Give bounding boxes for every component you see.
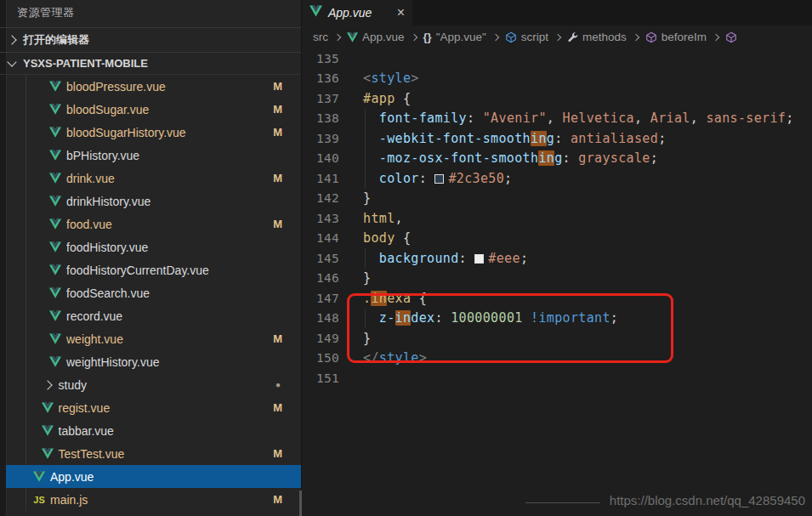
file-name: drinkHistory.vue <box>66 195 150 208</box>
vue-icon <box>49 196 61 207</box>
file-row-foodSearch.vue[interactable]: foodSearch.vue <box>0 281 301 304</box>
code-line-139: 139 -webkit-font-smoothing: antialiased; <box>302 128 812 149</box>
vue-icon <box>309 5 322 20</box>
file-name: study <box>59 378 87 392</box>
file-name: bloodSugarHistory.vue <box>66 126 186 139</box>
tab-bar: App.vue × <box>302 0 812 26</box>
line-number: 137 <box>302 92 339 105</box>
chevron-right-icon <box>633 33 639 40</box>
vue-icon <box>42 448 54 459</box>
file-name: TestTest.vue <box>59 447 125 461</box>
file-name: food.vue <box>66 218 112 231</box>
vue-icon <box>49 356 61 367</box>
file-name: record.vue <box>66 309 122 323</box>
code-line-140: 140 -moz-osx-font-smoothing: grayscale; <box>302 149 812 169</box>
line-number: 147 <box>302 292 339 305</box>
breadcrumb-label: beforeIm <box>662 31 707 43</box>
vue-icon <box>42 402 54 413</box>
vue-icon <box>49 127 61 138</box>
file-tree: bloodPressure.vueMbloodSugar.vueMbloodSu… <box>0 75 301 511</box>
vue-icon <box>309 5 322 17</box>
file-row-regist.vue[interactable]: regist.vueM <box>0 396 301 419</box>
file-row-drink.vue[interactable]: drink.vueM <box>0 167 301 190</box>
line-number: 148 <box>302 311 339 325</box>
code-line-136: 136<style> <box>302 69 812 89</box>
file-row-foodHistoryCurrentDay.vue[interactable]: foodHistoryCurrentDay.vue <box>0 258 301 281</box>
breadcrumb-item-script[interactable]: script <box>505 31 548 43</box>
tab-app-vue[interactable]: App.vue × <box>302 0 412 26</box>
project-root-section[interactable]: YSXS-PATIENT-MOBILE <box>0 52 301 75</box>
git-modified-badge: M <box>273 447 282 460</box>
line-number: 135 <box>302 52 339 65</box>
line-number: 145 <box>302 252 339 265</box>
git-modified-badge: M <box>273 103 282 116</box>
file-row-bloodSugar.vue[interactable]: bloodSugar.vueM <box>0 98 301 121</box>
file-name: App.vue <box>50 470 94 484</box>
file-name: weightHistory.vue <box>66 355 159 369</box>
code-line-146: 146} <box>302 269 812 289</box>
line-number: 143 <box>302 212 339 225</box>
line-number: 138 <box>302 111 339 125</box>
project-root-label: YSXS-PATIENT-MOBILE <box>23 57 148 70</box>
tab-label: App.vue <box>328 6 372 20</box>
breadcrumb-label: methods <box>582 31 627 43</box>
symbol-cube-icon <box>645 31 657 43</box>
file-row-weightHistory.vue[interactable]: weightHistory.vue <box>0 350 301 373</box>
file-name: regist.vue <box>59 401 111 415</box>
file-name: foodSearch.vue <box>66 286 150 300</box>
file-name: drink.vue <box>66 172 115 185</box>
file-row-foodHistory.vue[interactable]: foodHistory.vue <box>0 235 301 258</box>
file-row-weight.vue[interactable]: weight.vueM <box>0 327 301 350</box>
breadcrumb-label: src <box>313 31 328 43</box>
file-row-App.vue[interactable]: App.vue <box>0 465 301 488</box>
close-icon[interactable]: × <box>397 6 405 20</box>
breadcrumb-label: App.vue <box>362 31 405 43</box>
breadcrumb-label: "App.vue" <box>436 31 486 43</box>
file-name: weight.vue <box>66 332 123 346</box>
code-line-143: 143html, <box>302 208 812 229</box>
code-line-149: 149} <box>302 328 812 349</box>
color-swatch[interactable] <box>434 174 444 184</box>
vue-icon <box>33 471 45 482</box>
vue-icon <box>49 104 61 115</box>
vue-icon <box>49 264 61 275</box>
file-row-bloodPressure.vue[interactable]: bloodPressure.vueM <box>0 75 301 98</box>
line-number: 136 <box>302 71 339 85</box>
watermark-url: https://blog.csdn.net/qq_42859450 <box>610 493 805 507</box>
line-number: 140 <box>302 151 339 165</box>
code-area[interactable]: 135136<style>137#app {138 font-family: "… <box>302 48 812 388</box>
indent-guide <box>365 109 366 129</box>
symbol-cube-icon <box>505 31 517 43</box>
file-row-bloodSugarHistory.vue[interactable]: bloodSugarHistory.vueM <box>0 121 301 144</box>
file-row-drinkHistory.vue[interactable]: drinkHistory.vue <box>0 190 301 213</box>
file-row-food.vue[interactable]: food.vueM <box>0 213 301 235</box>
file-row-study[interactable]: study● <box>0 373 301 396</box>
breadcrumb-item-symbol[interactable] <box>725 31 741 43</box>
chevron-right-icon <box>7 35 16 44</box>
open-editors-label: 打开的编辑器 <box>23 32 89 48</box>
file-name: bPHistory.vue <box>66 149 139 162</box>
breadcrumb-item-"App.vue"[interactable]: {}"App.vue" <box>423 31 486 43</box>
breadcrumb: srcApp.vue{}"App.vue"scriptmethodsbefore… <box>302 26 812 48</box>
breadcrumb-item-src[interactable]: src <box>313 31 328 43</box>
breadcrumb-item-App.vue[interactable]: App.vue <box>347 31 405 43</box>
file-row-main.js[interactable]: JSmain.jsM <box>0 488 301 511</box>
line-number: 141 <box>302 172 339 185</box>
vue-icon <box>49 310 61 321</box>
file-name: main.js <box>50 493 88 507</box>
code-line-151: 151 <box>302 368 812 388</box>
breadcrumb-item-beforeIm[interactable]: beforeIm <box>645 31 707 43</box>
file-row-bPHistory.vue[interactable]: bPHistory.vue <box>0 144 301 167</box>
vue-icon <box>49 150 61 161</box>
color-swatch[interactable] <box>474 254 484 264</box>
file-row-tabbar.vue[interactable]: tabbar.vue <box>0 419 301 442</box>
git-modified-badge: M <box>273 172 282 184</box>
breadcrumb-item-methods[interactable]: methods <box>567 31 627 43</box>
explorer-sidebar: 资源管理器 打开的编辑器 YSXS-PATIENT-MOBILE bloodPr… <box>0 0 302 516</box>
chevron-right-icon <box>554 33 561 40</box>
file-row-record.vue[interactable]: record.vue <box>0 304 301 327</box>
code-line-142: 142} <box>302 189 812 209</box>
vue-icon <box>347 32 358 43</box>
file-row-TestTest.vue[interactable]: TestTest.vueM <box>0 442 301 465</box>
open-editors-section[interactable]: 打开的编辑器 <box>0 27 301 52</box>
